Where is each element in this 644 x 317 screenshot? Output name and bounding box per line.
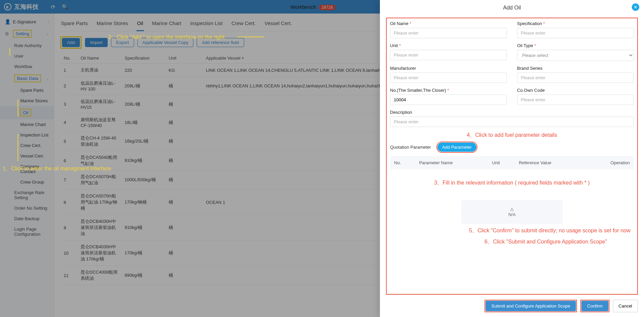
th-name: Oil Name (77, 53, 121, 64)
sidebar-item-marine-stores[interactable]: Marine Stores (0, 96, 54, 106)
cell-name: 昆仑DCC4008船用系统油 (77, 266, 121, 285)
pth-op: Operation (586, 157, 633, 169)
sidebar-item-date-backup[interactable]: Date Backup (0, 213, 54, 224)
cell-unit: 桶 (165, 151, 202, 170)
cell-spec: 220 (121, 64, 165, 77)
cell-name: 昆仑DCA5070H船用气缸油 170kg/钢桶 (77, 190, 121, 215)
cell-unit: 桶 (165, 215, 202, 240)
tab-marine-chart[interactable]: Marine Chart (151, 18, 182, 31)
cell-no: 9 (60, 215, 77, 240)
cell-name: 低温抗磨液压油L-HV15 (77, 95, 121, 113)
cell-name: 低温抗磨液压油L-HV 100 (77, 77, 121, 95)
sidebar-item-setting[interactable]: ⚙Setting⌄ (0, 27, 54, 40)
panel-footer: Submit and Configure Application Scope C… (386, 295, 638, 317)
cell-spec: 16kg/20L/桶 (121, 132, 165, 151)
sidebar-item-marine-chart[interactable]: Marine Chart (0, 119, 54, 130)
chevron-down-icon: ⌄ (46, 31, 49, 36)
sidebar-item-user[interactable]: User (0, 51, 54, 61)
back-icon[interactable]: ⟳ (49, 3, 57, 11)
tab-crew-cert[interactable]: Crew Cert. (231, 18, 257, 31)
cell-spec: 890kg/桶 (121, 266, 165, 285)
sidebar-item-spare-parts[interactable]: Spare Parts (0, 85, 54, 96)
cell-name: 昆仑DCA5040船用气缸油 (77, 151, 121, 170)
sidebar-item-oil[interactable]: Oil (0, 106, 54, 119)
pth-ref: Reference Value (515, 157, 586, 169)
pth-unit: Unit (489, 157, 515, 169)
sidebar-item-inspection-list[interactable]: Inspection List (0, 130, 54, 140)
na-box: ⚠ N/A (461, 200, 563, 224)
workbench-label[interactable]: Workbench 28728 (291, 4, 336, 10)
vessel-copy-button[interactable]: Applicable Vessel Copy (137, 38, 194, 47)
person-icon: 👤 (5, 19, 10, 24)
sidebar-item-basic-data[interactable]: Basic Data⌄ (0, 72, 54, 85)
cell-no: 10 (60, 240, 77, 266)
label-manufacturer: Manufacturer (390, 66, 507, 71)
chevron-right-icon: › (48, 20, 49, 24)
label-oil-name: Oil Name * (390, 21, 507, 26)
input-no[interactable] (390, 94, 507, 105)
annotation-4: 4、Click to add fuel parameter details (390, 132, 634, 139)
cell-spec: 209L/桶 (121, 77, 165, 95)
pth-name: Parameter Name (416, 157, 488, 169)
cell-unit: 桶 (165, 190, 202, 215)
tab-marine-stores[interactable]: Marine Stores (96, 18, 129, 31)
input-manufacturer[interactable] (390, 72, 507, 83)
search-icon[interactable]: 🔍 (61, 3, 69, 11)
cell-spec: 910kg/桶 (121, 215, 165, 240)
add-parameter-button[interactable]: Add Parameter (437, 143, 476, 152)
input-specification[interactable] (517, 28, 634, 38)
sidebar-item-crew-cert[interactable]: Crew Cert. (0, 140, 54, 151)
input-brand-series[interactable] (517, 72, 634, 83)
th-no: No. (60, 53, 77, 64)
label-no-closer: No.(The Smaller,The Closer) * (390, 88, 507, 93)
confirm-button[interactable]: Confirm (581, 301, 608, 311)
annotation-5: 5、Click "Confirm" to submit directly; no… (390, 227, 630, 234)
cell-unit: 桶 (165, 77, 202, 95)
form-area: Oil Name * Specification * Unit * Oil Ty… (386, 18, 638, 295)
input-own-code[interactable] (517, 94, 634, 105)
label-specification: Specification * (517, 21, 634, 26)
annotation-3: 3、Fill in the relevant information ( req… (390, 179, 634, 187)
sidebar-item-role-authority[interactable]: Role Authority (0, 40, 54, 51)
cell-unit: KG (165, 64, 202, 77)
sidebar-item-vessel-cert[interactable]: Vessel Cert. (0, 151, 54, 161)
cell-spec: 170kg/钢桶 (121, 190, 165, 215)
cancel-button[interactable]: Cancel (613, 300, 638, 312)
cell-no: 11 (60, 266, 77, 285)
sidebar-item-crew-group[interactable]: Crew Group (0, 177, 54, 187)
label-oil-type: Oil Type * (517, 43, 634, 48)
sidebar-item-exchange-rate[interactable]: Exchange Rate Setting (0, 187, 54, 203)
close-icon[interactable]: ✕ (632, 3, 639, 11)
cell-unit: 桶 (165, 132, 202, 151)
dropdown-icon: ▾ (242, 56, 244, 61)
logo-icon: ◐ (4, 3, 12, 10)
sidebar-item-workflow[interactable]: Workflow (0, 61, 54, 72)
sidebar-item-login-page[interactable]: Login Page Configuration (0, 224, 54, 239)
cell-no: 2 (60, 77, 77, 95)
submit-configure-button[interactable]: Submit and Configure Application Scope (486, 301, 576, 311)
tab-oil[interactable]: Oil (136, 18, 144, 31)
sidebar-item-esignature[interactable]: 👤E-Signature› (0, 16, 54, 27)
cell-no: 3 (60, 95, 77, 113)
input-oil-name[interactable] (390, 28, 507, 38)
select-oil-type[interactable]: Please select (517, 50, 634, 61)
cell-name: 昆仑CH-4 15W-40柴油机油 (77, 132, 121, 151)
ref-fluid-button[interactable]: Add reference fluid (197, 38, 244, 47)
import-button[interactable]: Import (85, 38, 108, 47)
add-button[interactable]: Add (62, 38, 80, 47)
cell-unit: 桶 (165, 113, 202, 132)
sidebar-item-company-contact[interactable]: Company Contact (0, 161, 54, 177)
annotation-6: 6、Click "Submit and Configure Applicatio… (458, 238, 634, 246)
input-description[interactable] (390, 117, 634, 127)
cell-spec: 209L/桶 (121, 95, 165, 113)
th-unit: Unit (165, 53, 202, 64)
tab-spare-parts[interactable]: Spare Parts (60, 18, 88, 31)
tab-vessel-cert[interactable]: Vessel Cert. (264, 18, 293, 31)
tab-inspection-list[interactable]: Inspection List (190, 18, 223, 31)
cell-name: 主机滑油 (77, 64, 121, 77)
input-unit[interactable] (390, 50, 507, 60)
export-button[interactable]: Export (111, 38, 134, 47)
label-description: Description (390, 110, 634, 115)
sidebar-item-order-no[interactable]: Order No Setting (0, 203, 54, 213)
cell-no: 5 (60, 132, 77, 151)
